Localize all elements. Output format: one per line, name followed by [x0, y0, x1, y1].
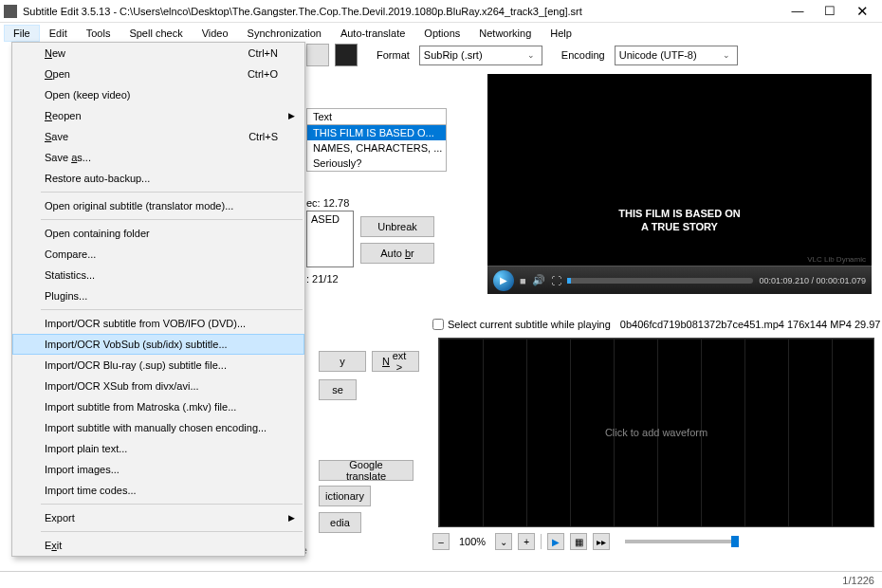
menuitem-new[interactable]: NewCtrl+N [12, 43, 304, 64]
maximize-button[interactable]: ☐ [814, 1, 846, 22]
menuitem-import-images[interactable]: Import images... [12, 459, 304, 480]
waveform-placeholder: Click to add waveform [605, 427, 707, 438]
format-label: Format [373, 49, 413, 61]
menuitem-import-time-codes[interactable]: Import time codes... [12, 480, 304, 501]
zoom-level: 100% [455, 536, 489, 547]
menuitem-import-subtitle-with-manually-chosen-encoding[interactable]: Import subtitle with manually chosen enc… [12, 417, 304, 438]
format-value: SubRip (.srt) [424, 49, 524, 61]
player-controls: ▶ ■ 🔊 ⛶ 00:01:09.210 / 00:00:01.079 [487, 266, 872, 294]
toolbar-button-1[interactable] [306, 44, 329, 66]
play-selection-icon[interactable]: ▶ [547, 533, 564, 550]
zoom-dropdown-icon[interactable]: ⌄ [495, 533, 512, 550]
menuitem-import-ocr-vobsub-sub-idx-subtitle[interactable]: Import/OCR VobSub (sub/idx) subtitle... [12, 334, 304, 355]
menu-sync[interactable]: Synchronization [238, 25, 331, 42]
format-combo[interactable]: SubRip (.srt) ⌄ [419, 46, 542, 65]
player-time: 00:01:09.210 / 00:00:01.079 [759, 276, 866, 285]
menuitem-import-ocr-xsub-from-divx-avi[interactable]: Import/OCR XSub from divx/avi... [12, 376, 304, 396]
encoding-value: Unicode (UTF-8) [619, 49, 720, 61]
menuitem-import-ocr-blu-ray-sup-subtitle-file[interactable]: Import/OCR Blu-ray (.sup) subtitle file.… [12, 355, 304, 376]
list-header-text[interactable]: Text [306, 108, 447, 125]
menuitem-statistics[interactable]: Statistics... [12, 265, 304, 285]
menuitem-import-ocr-subtitle-from-vob-ifo-dvd[interactable]: Import/OCR subtitle from VOB/IFO (DVD)..… [12, 313, 304, 334]
progress-bar[interactable] [567, 278, 754, 284]
chevron-down-icon: ⌄ [720, 50, 733, 60]
video-player: THIS FILM IS BASED ON A TRUE STORY VLC L… [487, 74, 872, 294]
list-item[interactable]: THIS FILM IS BASED O... [307, 125, 446, 140]
menuitem-export[interactable]: Export▶ [12, 507, 304, 528]
fast-forward-icon[interactable]: ▸▸ [593, 533, 610, 550]
chars-info: : 21/12 [306, 273, 339, 285]
nav-button-1[interactable]: y [319, 351, 366, 372]
file-dropdown: NewCtrl+NOpenCtrl+OOpen (keep video)Reop… [11, 42, 305, 557]
subtitle-list: Text THIS FILM IS BASED O...NAMES, CHARA… [306, 108, 447, 172]
menu-video[interactable]: Video [193, 25, 238, 42]
menuitem-save-as[interactable]: Save as... [12, 147, 304, 168]
menuitem-reopen[interactable]: Reopen▶ [12, 105, 304, 126]
menu-help[interactable]: Help [541, 25, 581, 42]
select-while-playing-checkbox[interactable] [432, 319, 444, 330]
close-button[interactable]: ✕ [846, 1, 878, 22]
titlebar: Subtitle Edit 3.5.13 - C:\Users\elnco\De… [0, 0, 882, 23]
encoding-label: Encoding [558, 49, 609, 61]
google-translate-button[interactable]: Google translate [319, 460, 413, 481]
window-title: Subtitle Edit 3.5.13 - C:\Users\elnco\De… [23, 6, 781, 17]
waveform-panel[interactable]: Click to add waveform [438, 338, 874, 527]
menuitem-import-plain-text[interactable]: Import plain text... [12, 438, 304, 459]
waveform-view-icon[interactable]: ▦ [570, 533, 587, 550]
list-item[interactable]: NAMES, CHARACTERS, ... [307, 140, 446, 156]
encoding-combo[interactable]: Unicode (UTF-8) ⌄ [615, 46, 738, 65]
menuitem-save[interactable]: SaveCtrl+S [12, 126, 304, 147]
menuitem-open[interactable]: OpenCtrl+O [12, 64, 304, 84]
zoom-out-icon[interactable]: – [432, 533, 450, 550]
menuitem-restore-auto-backup[interactable]: Restore auto-backup... [12, 168, 304, 189]
status-position: 1/1226 [842, 575, 874, 586]
video-file-info: 0b406fcd719b081372b7ce451.mp4 176x144 MP… [620, 319, 881, 330]
menuitem-open-containing-folder[interactable]: Open containing folder [12, 223, 304, 244]
menuitem-import-subtitle-from-matroska-mkv-file[interactable]: Import subtitle from Matroska (.mkv) fil… [12, 396, 304, 417]
minimize-button[interactable]: — [781, 1, 814, 22]
menu-options[interactable]: Options [414, 25, 469, 42]
list-item[interactable]: Seriously? [307, 156, 446, 171]
menuitem-open-keep-video[interactable]: Open (keep video) [12, 84, 304, 105]
volume-icon[interactable]: 🔊 [532, 274, 545, 286]
toolbar-right: Format SubRip (.srt) ⌄ Encoding Unicode … [306, 44, 738, 66]
media-button[interactable]: edia [319, 512, 361, 533]
menu-edit[interactable]: Edit [40, 25, 77, 42]
statusbar: 1/1226 [0, 571, 882, 588]
app-icon [4, 5, 17, 18]
video-subtitle-overlay: THIS FILM IS BASED ON A TRUE STORY [487, 207, 872, 234]
zoom-in-icon[interactable]: + [518, 533, 535, 550]
waveform-slider[interactable] [625, 540, 739, 543]
menu-tools[interactable]: Tools [77, 25, 120, 42]
dictionary-button[interactable]: ictionary [319, 486, 371, 506]
player-brand: VLC Lib Dynamic [807, 255, 866, 264]
menu-spellcheck[interactable]: Spell check [119, 25, 192, 42]
select-while-playing-row: Select current subtitle while playing 0b… [432, 319, 880, 330]
stop-icon[interactable]: ■ [520, 275, 526, 286]
menu-file[interactable]: File [4, 25, 40, 42]
fullscreen-icon[interactable]: ⛶ [551, 275, 561, 286]
menubar: File Edit Tools Spell check Video Synchr… [0, 23, 882, 44]
next-button[interactable]: Next > [372, 351, 419, 372]
menuitem-open-original-subtitle-translator-mode[interactable]: Open original subtitle (translator mode)… [12, 195, 304, 216]
menuitem-compare[interactable]: Compare... [12, 244, 304, 265]
subtitle-textbox[interactable]: ASED [306, 211, 354, 267]
menu-autotranslate[interactable]: Auto-translate [331, 25, 414, 42]
duration-info: ec: 12.78 [306, 197, 349, 209]
select-while-playing-label: Select current subtitle while playing [448, 319, 611, 330]
autobr-button[interactable]: Auto br [360, 243, 434, 264]
waveform-toolbar: – 100% ⌄ + ▶ ▦ ▸▸ [432, 533, 739, 550]
menuitem-exit[interactable]: Exit [12, 535, 304, 556]
chevron-down-icon: ⌄ [524, 50, 538, 60]
play-button[interactable]: ▶ [493, 270, 514, 291]
menuitem-plugins[interactable]: Plugins... [12, 285, 304, 306]
unbreak-button[interactable]: Unbreak [360, 216, 434, 237]
menu-networking[interactable]: Networking [469, 25, 541, 42]
toolbar-button-clapper[interactable] [335, 44, 358, 66]
nav-button-2[interactable]: se [319, 379, 357, 400]
